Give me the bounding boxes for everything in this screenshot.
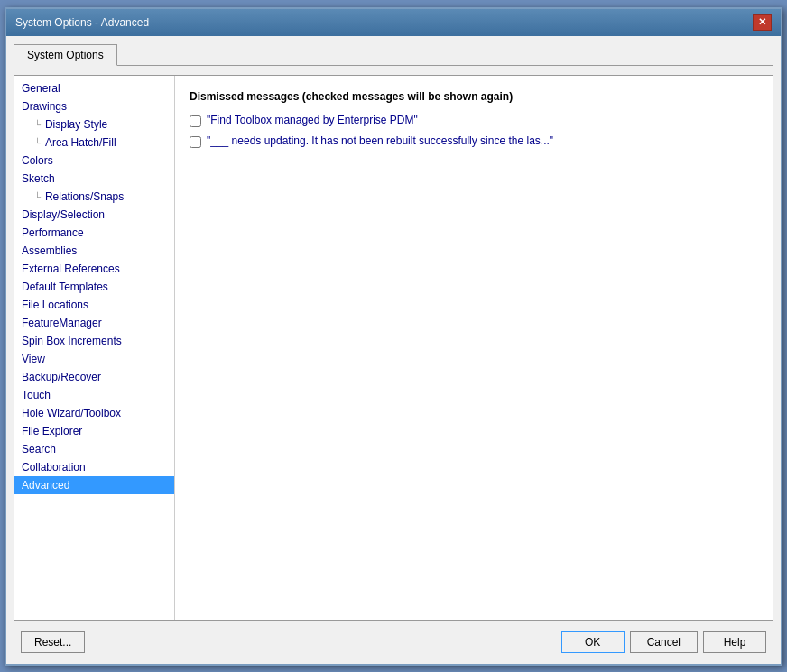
- sidebar-item-spin-box-increments[interactable]: Spin Box Increments: [14, 332, 174, 350]
- checkbox-cb2[interactable]: [190, 136, 201, 148]
- sidebar-item-label: Display Style: [45, 118, 107, 131]
- sidebar-item-label: Display/Selection: [22, 208, 105, 221]
- sidebar-item-label: External References: [22, 262, 120, 275]
- sidebar-item-label: Area Hatch/Fill: [45, 136, 116, 149]
- sidebar-item-label: Backup/Recover: [22, 371, 101, 383]
- sidebar-item-label: Sketch: [22, 172, 55, 185]
- checkbox-label-cb1: "Find Toolbox managed by Enterprise PDM": [207, 114, 418, 126]
- sidebar-item-label: File Locations: [22, 299, 88, 311]
- sidebar-item-label: File Explorer: [22, 425, 82, 437]
- tab-system-options[interactable]: System Options: [14, 44, 117, 66]
- cancel-button[interactable]: Cancel: [630, 631, 698, 653]
- sidebar-item-advanced[interactable]: Advanced: [14, 476, 174, 494]
- main-panel: Dismissed messages (checked messages wil…: [175, 76, 773, 620]
- dialog-body: System Options GeneralDrawings└ Display …: [6, 36, 781, 664]
- title-bar-buttons: ✕: [753, 14, 772, 31]
- dialog-window: System Options - Advanced ✕ System Optio…: [5, 7, 782, 666]
- sidebar-item-label: Collaboration: [22, 461, 86, 474]
- sidebar-item-file-locations[interactable]: File Locations: [14, 296, 174, 314]
- checkbox-row-1: "___ needs updating. It has not been reb…: [190, 134, 758, 148]
- sidebar-item-label: General: [22, 82, 60, 95]
- sidebar-item-colors[interactable]: Colors: [14, 152, 174, 170]
- content-area: GeneralDrawings└ Display Style└ Area Hat…: [14, 75, 773, 621]
- panel-title: Dismissed messages (checked messages wil…: [190, 90, 758, 103]
- sidebar-item-label: Advanced: [22, 479, 69, 492]
- checkboxes-container: "Find Toolbox managed by Enterprise PDM"…: [190, 114, 758, 148]
- sidebar-item-area-hatch-fill[interactable]: └ Area Hatch/Fill: [14, 133, 174, 152]
- close-button[interactable]: ✕: [753, 14, 772, 31]
- sidebar-item-label: Hole Wizard/Toolbox: [22, 407, 121, 419]
- sidebar-item-label: Default Templates: [22, 281, 108, 293]
- window-title: System Options - Advanced: [15, 16, 149, 29]
- sidebar-item-display-selection[interactable]: Display/Selection: [14, 206, 174, 224]
- tab-bar: System Options: [14, 43, 773, 66]
- bottom-bar: Reset... OK Cancel Help: [14, 626, 773, 657]
- sidebar-item-general[interactable]: General: [14, 79, 174, 97]
- sidebar-item-backup-recover[interactable]: Backup/Recover: [14, 368, 174, 386]
- sidebar-item-relations-snaps[interactable]: └ Relations/Snaps: [14, 188, 174, 206]
- sidebar-item-sketch[interactable]: Sketch: [14, 170, 174, 188]
- sidebar-item-featuremanager[interactable]: FeatureManager: [14, 314, 174, 332]
- sidebar-item-display-style[interactable]: └ Display Style: [14, 115, 174, 133]
- sidebar-item-label: Performance: [22, 226, 84, 239]
- checkbox-cb1[interactable]: [190, 115, 201, 127]
- sidebar-item-label: Assemblies: [22, 244, 77, 257]
- sidebar-item-label: Search: [22, 443, 56, 456]
- action-buttons: OK Cancel Help: [561, 631, 766, 653]
- sidebar-item-search[interactable]: Search: [14, 440, 174, 458]
- sidebar-item-label: Spin Box Increments: [22, 335, 122, 347]
- sidebar-item-file-explorer[interactable]: File Explorer: [14, 422, 174, 440]
- sidebar-item-label: Drawings: [22, 100, 67, 113]
- sidebar-item-label: View: [22, 353, 45, 365]
- sidebar-item-touch[interactable]: Touch: [14, 386, 174, 404]
- sidebar-item-collaboration[interactable]: Collaboration: [14, 458, 174, 476]
- ok-button[interactable]: OK: [561, 631, 625, 653]
- sidebar-item-performance[interactable]: Performance: [14, 224, 174, 242]
- sidebar-item-drawings[interactable]: Drawings: [14, 97, 174, 115]
- checkbox-label-cb2: "___ needs updating. It has not been reb…: [207, 134, 553, 147]
- title-bar: System Options - Advanced ✕: [6, 9, 781, 36]
- sidebar-item-label: Relations/Snaps: [45, 190, 124, 203]
- sidebar-item-label: FeatureManager: [22, 317, 102, 329]
- sidebar-item-assemblies[interactable]: Assemblies: [14, 242, 174, 260]
- sidebar-item-label: Touch: [22, 389, 51, 401]
- help-button[interactable]: Help: [703, 631, 766, 653]
- sidebar-item-default-templates[interactable]: Default Templates: [14, 278, 174, 296]
- sidebar-item-view[interactable]: View: [14, 350, 174, 368]
- sidebar-item-external-references[interactable]: External References: [14, 260, 174, 278]
- checkbox-row-0: "Find Toolbox managed by Enterprise PDM": [190, 114, 758, 127]
- sidebar-item-hole-wizard-toolbox[interactable]: Hole Wizard/Toolbox: [14, 404, 174, 422]
- sidebar: GeneralDrawings└ Display Style└ Area Hat…: [14, 76, 175, 620]
- sidebar-item-label: Colors: [22, 154, 53, 167]
- reset-button[interactable]: Reset...: [21, 631, 85, 653]
